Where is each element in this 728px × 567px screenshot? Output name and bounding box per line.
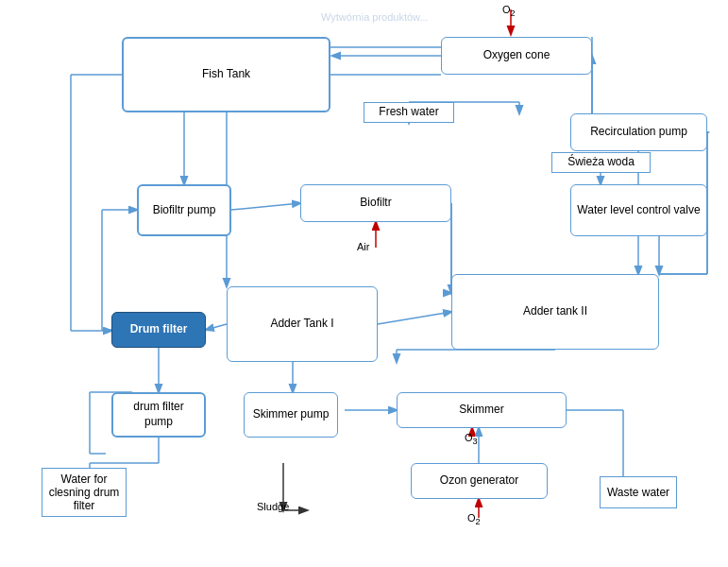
watermark: Wytwórnia produktów... bbox=[321, 11, 429, 23]
sludge-label: Sludge bbox=[257, 501, 289, 512]
adder-tank-2-box: Adder tank II bbox=[451, 274, 659, 350]
swieza-woda-label-box: Świeża woda bbox=[551, 152, 651, 173]
svg-line-25 bbox=[378, 312, 451, 324]
ozon-generator-label: Ozon generator bbox=[440, 473, 518, 489]
svg-line-19 bbox=[231, 203, 300, 210]
o2-bottom-label: O2 bbox=[467, 512, 481, 526]
ozon-generator-box: Ozon generator bbox=[411, 463, 548, 499]
waste-water-label-box: Waste water bbox=[600, 476, 677, 508]
biofiltr-box: Biofiltr bbox=[300, 184, 451, 222]
air-label: Air bbox=[357, 241, 369, 252]
diagram: Wytwórnia produktów... bbox=[0, 0, 728, 567]
water-level-valve-box: Water level control valve bbox=[570, 184, 707, 236]
skimmer-label: Skimmer bbox=[459, 403, 503, 418]
skimmer-box: Skimmer bbox=[397, 392, 567, 428]
swieza-woda-label: Świeża woda bbox=[567, 155, 635, 168]
adder-tank-1-label: Adder Tank I bbox=[270, 317, 333, 332]
recirculation-pump-box: Recirculation pump bbox=[570, 113, 707, 151]
waste-water-label: Waste water bbox=[607, 486, 669, 499]
water-level-valve-label: Water level control valve bbox=[577, 203, 700, 218]
biofiltr-label: Biofiltr bbox=[360, 196, 391, 211]
water-cleaning-label-box: Water for clesning drum filter bbox=[42, 468, 127, 517]
drum-filter-pump-box: drum filter pump bbox=[111, 392, 206, 438]
biofiltr-pump-label: Biofiltr pump bbox=[153, 203, 216, 218]
drum-filter-label: Drum filter bbox=[130, 322, 188, 337]
o3-label: O3 bbox=[465, 432, 478, 446]
o2-top-label: O2 bbox=[502, 4, 516, 18]
skimmer-pump-box: Skimmer pump bbox=[244, 392, 338, 438]
water-cleaning-label: Water for clesning drum filter bbox=[48, 472, 120, 512]
oxygen-cone-label: Oxygen cone bbox=[483, 48, 550, 63]
fish-tank-box: Fish Tank bbox=[122, 37, 330, 112]
biofiltr-pump-box: Biofiltr pump bbox=[137, 184, 231, 236]
skimmer-pump-label: Skimmer pump bbox=[253, 407, 330, 422]
drum-filter-pump-label: drum filter pump bbox=[119, 400, 198, 429]
drum-filter-box: Drum filter bbox=[111, 312, 206, 348]
adder-tank-1-box: Adder Tank I bbox=[227, 286, 378, 362]
fresh-water-label: Fresh water bbox=[379, 105, 438, 118]
fish-tank-label: Fish Tank bbox=[202, 67, 250, 82]
adder-tank-2-label: Adder tank II bbox=[523, 304, 587, 319]
svg-line-24 bbox=[206, 324, 227, 330]
recirculation-pump-label: Recirculation pump bbox=[590, 125, 687, 140]
fresh-water-label-box: Fresh water bbox=[364, 102, 454, 123]
oxygen-cone-box: Oxygen cone bbox=[441, 37, 592, 75]
